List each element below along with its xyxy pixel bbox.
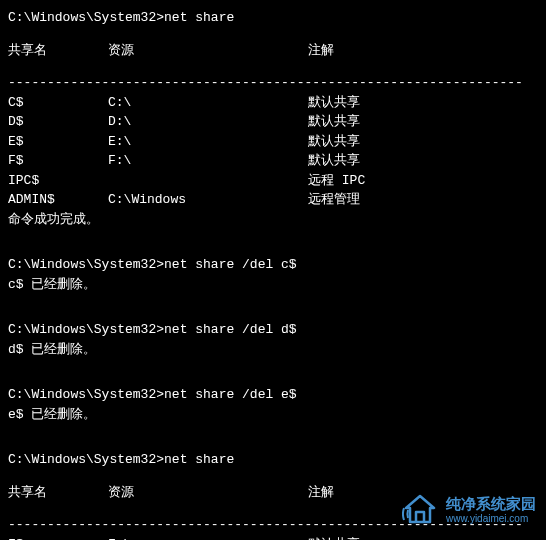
output-text: e$ 已经删除。: [8, 405, 538, 425]
table-row: C$C:\默认共享: [8, 93, 538, 113]
house-icon: [402, 492, 438, 528]
header-resource: 资源: [108, 483, 308, 503]
table-row: F$F:\默认共享: [8, 535, 538, 541]
header-resource: 资源: [108, 41, 308, 61]
prompt-line: C:\Windows\System32>net share: [8, 450, 538, 470]
table-row: E$E:\默认共享: [8, 132, 538, 152]
share-remark: 默认共享: [308, 535, 538, 541]
share-resource: D:\: [108, 112, 308, 132]
share-name: IPC$: [8, 171, 108, 191]
header-name: 共享名: [8, 41, 108, 61]
prompt-line: C:\Windows\System32>net share /del c$: [8, 255, 538, 275]
share-name: ADMIN$: [8, 190, 108, 210]
table-row: ADMIN$C:\Windows远程管理: [8, 190, 538, 210]
share-name: F$: [8, 535, 108, 541]
share-resource: F:\: [108, 151, 308, 171]
share-resource: C:\Windows: [108, 190, 308, 210]
prompt-path: C:\Windows\System32>: [8, 452, 164, 467]
divider-line: ----------------------------------------…: [8, 73, 538, 93]
table-header: 共享名 资源 注解: [8, 41, 538, 61]
share-remark: 远程 IPC: [308, 171, 538, 191]
share-remark: 默认共享: [308, 93, 538, 113]
share-remark: 远程管理: [308, 190, 538, 210]
share-remark: 默认共享: [308, 112, 538, 132]
share-resource: F:\: [108, 535, 308, 541]
share-resource: E:\: [108, 132, 308, 152]
share-name: D$: [8, 112, 108, 132]
share-name: C$: [8, 93, 108, 113]
table-row: F$F:\默认共享: [8, 151, 538, 171]
header-remark: 注解: [308, 41, 538, 61]
watermark-title: 纯净系统家园: [446, 496, 536, 513]
table-row: D$D:\默认共享: [8, 112, 538, 132]
command-text: net share: [164, 10, 234, 25]
prompt-line: C:\Windows\System32>net share: [8, 8, 538, 28]
prompt-path: C:\Windows\System32>: [8, 10, 164, 25]
success-text: 命令成功完成。: [8, 210, 538, 230]
output-text: c$ 已经删除。: [8, 275, 538, 295]
command-text: net share: [164, 452, 234, 467]
watermark-url: www.yidaimei.com: [446, 513, 536, 524]
share-name: F$: [8, 151, 108, 171]
prompt-line: C:\Windows\System32>net share /del d$: [8, 320, 538, 340]
share-resource: C:\: [108, 93, 308, 113]
header-name: 共享名: [8, 483, 108, 503]
share-remark: 默认共享: [308, 151, 538, 171]
output-text: d$ 已经删除。: [8, 340, 538, 360]
share-remark: 默认共享: [308, 132, 538, 152]
share-name: E$: [8, 132, 108, 152]
watermark: 纯净系统家园 www.yidaimei.com: [402, 492, 536, 528]
share-resource: [108, 171, 308, 191]
prompt-line: C:\Windows\System32>net share /del e$: [8, 385, 538, 405]
table-row: IPC$远程 IPC: [8, 171, 538, 191]
